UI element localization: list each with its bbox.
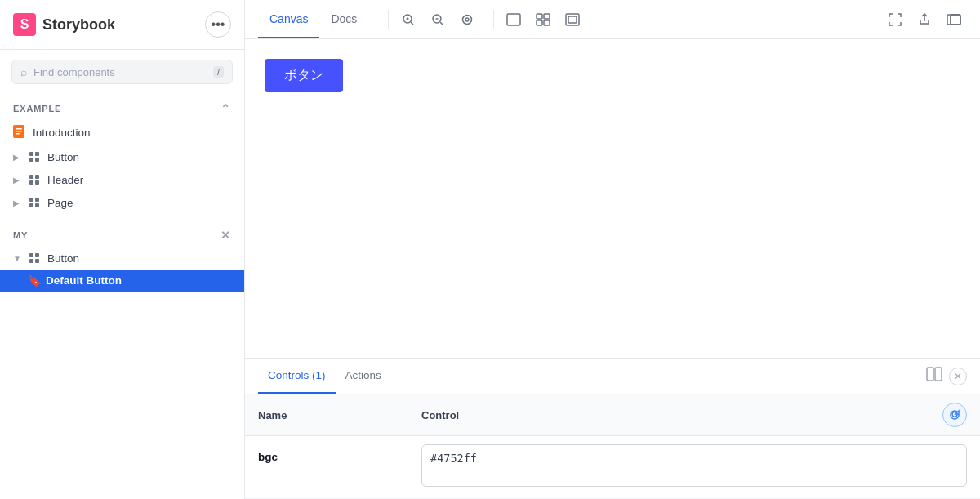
view-grid-button[interactable]	[530, 7, 556, 33]
svg-point-12	[466, 18, 469, 21]
bgc-label: bgc	[258, 444, 421, 463]
search-shortcut: /	[213, 66, 224, 78]
search-icon: ⌕	[20, 65, 27, 78]
toolbar-right	[882, 7, 967, 33]
header-label: Header	[47, 174, 83, 186]
toolbar-divider-2	[493, 10, 494, 29]
controls-panel: Controls (1) Actions ✕ Name Control	[245, 358, 980, 499]
controls-table: Name Control bgc	[245, 394, 980, 499]
expand-button[interactable]	[882, 7, 908, 33]
my-section-label: MY	[13, 230, 28, 240]
svg-rect-14	[537, 14, 542, 19]
sidebar-item-introduction[interactable]: Introduction	[0, 120, 244, 145]
zoom-reset-button[interactable]	[454, 7, 480, 33]
bookmark-icon: 🔖	[29, 274, 39, 287]
example-section-label: EXAMPLE	[13, 104, 61, 114]
svg-rect-16	[537, 20, 542, 25]
sidebar-item-page[interactable]: ▶ Page	[0, 191, 244, 214]
svg-rect-13	[507, 14, 520, 25]
svg-rect-21	[951, 15, 960, 25]
svg-rect-1	[16, 128, 22, 130]
controls-tab-actions[interactable]: Actions	[336, 359, 391, 394]
tab-group: Canvas Docs	[258, 0, 368, 38]
controls-tab-right: ✕	[926, 367, 967, 385]
refresh-button[interactable]	[942, 403, 967, 427]
sidebar-header: S Storybook •••	[0, 0, 244, 50]
grid-icon-my-button	[28, 252, 41, 265]
sidebar-item-button[interactable]: ▶ Button	[0, 145, 244, 168]
example-section: EXAMPLE ⌃ Introduction ▶ Button ▶ Header…	[0, 94, 244, 214]
canvas-area: ボタン Controls (1) Actions ✕	[245, 39, 980, 499]
logo-area: S Storybook	[13, 13, 115, 36]
zoom-out-button[interactable]	[425, 7, 451, 33]
share-button[interactable]	[911, 7, 938, 33]
svg-rect-15	[544, 14, 550, 19]
svg-rect-19	[568, 16, 577, 23]
view-single-button[interactable]	[501, 7, 527, 33]
grid-icon-button	[28, 150, 41, 163]
zoom-in-button[interactable]	[395, 7, 421, 33]
close-panel-button[interactable]: ✕	[949, 368, 967, 385]
search-bar[interactable]: ⌕ Find components /	[11, 60, 233, 84]
bgc-input[interactable]	[421, 444, 967, 487]
controls-header-row: Name Control	[245, 394, 980, 436]
default-button-label: Default Button	[46, 274, 122, 287]
my-section-header: MY ✕	[0, 221, 244, 247]
svg-rect-23	[927, 368, 933, 381]
expand-arrow-page: ▶	[13, 198, 21, 207]
search-placeholder: Find components	[33, 66, 207, 78]
ellipsis-icon: •••	[212, 17, 225, 32]
example-section-header: EXAMPLE ⌃	[0, 94, 244, 120]
example-section-toggle[interactable]: ⌃	[220, 102, 231, 115]
my-button-label: Button	[47, 252, 79, 265]
control-column-header: Control	[421, 409, 942, 421]
zoom-controls	[395, 7, 480, 33]
sidebar-item-my-button[interactable]: ▼ Button	[0, 247, 244, 270]
tab-canvas[interactable]: Canvas	[258, 0, 319, 38]
grid-icon-header	[28, 173, 41, 186]
view-outline-button[interactable]	[559, 7, 586, 33]
sidebar-item-default-button[interactable]: 🔖 Default Button	[0, 270, 244, 292]
grid-icon-page	[28, 196, 41, 209]
name-column-header: Name	[258, 409, 421, 421]
svg-line-7	[411, 22, 413, 25]
svg-point-11	[463, 15, 472, 24]
my-section-toggle[interactable]: ✕	[220, 229, 231, 242]
controls-tab-controls[interactable]: Controls (1)	[258, 359, 336, 394]
more-button[interactable]: •••	[205, 11, 231, 38]
svg-rect-24	[935, 368, 942, 381]
svg-rect-17	[544, 20, 550, 25]
table-row: bgc	[245, 436, 980, 499]
view-controls	[501, 7, 586, 33]
preview-button[interactable]: ボタン	[265, 59, 343, 92]
toolbar: Canvas Docs	[245, 0, 980, 39]
copy-link-button[interactable]	[941, 7, 967, 33]
controls-tabs: Controls (1) Actions ✕	[245, 359, 980, 394]
svg-rect-2	[16, 131, 22, 132]
bgc-control	[421, 444, 967, 490]
my-section: MY ✕ ▼ Button 🔖 Default Button	[0, 221, 244, 292]
sidebar-item-header[interactable]: ▶ Header	[0, 168, 244, 191]
app-title: Storybook	[42, 16, 115, 33]
expand-arrow-button: ▶	[13, 153, 21, 162]
main-area: Canvas Docs	[245, 0, 980, 499]
svg-line-10	[440, 22, 443, 25]
expand-arrow-my-button: ▼	[13, 254, 21, 263]
split-view-icon[interactable]	[926, 367, 942, 385]
doc-icon	[13, 125, 26, 140]
expand-arrow-header: ▶	[13, 176, 21, 185]
logo-icon: S	[13, 13, 36, 36]
introduction-label: Introduction	[33, 127, 91, 139]
canvas-content: ボタン	[245, 39, 980, 358]
svg-rect-3	[16, 133, 20, 135]
toolbar-divider-1	[388, 10, 389, 29]
sidebar: S Storybook ••• ⌕ Find components / EXAM…	[0, 0, 245, 499]
page-label: Page	[47, 197, 74, 209]
button-label: Button	[47, 151, 79, 163]
tab-docs[interactable]: Docs	[319, 0, 368, 38]
